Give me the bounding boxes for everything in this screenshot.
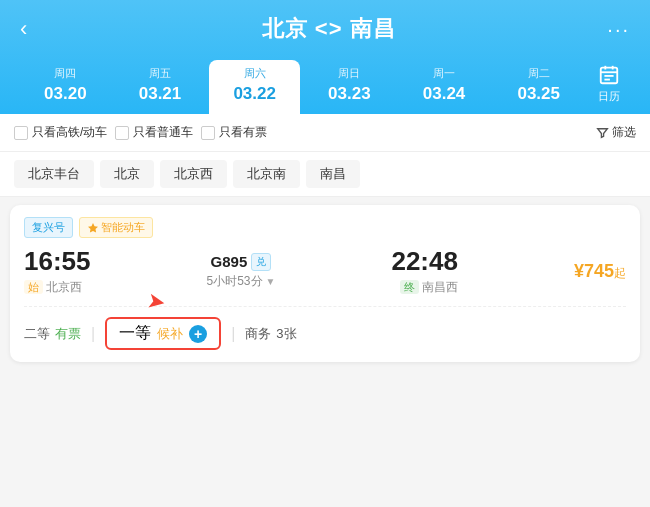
date-item-mon[interactable]: 周一 03.24: [399, 60, 490, 114]
ticket-plus-button[interactable]: +: [189, 325, 207, 343]
train-badge: 兑: [251, 253, 271, 271]
first-class-status: 候补: [157, 325, 183, 343]
train-number: G895: [211, 253, 248, 270]
date-item-fri[interactable]: 周五 03.21: [115, 60, 206, 114]
ticket-divider-1: |: [91, 325, 95, 343]
filter-button[interactable]: 筛选: [596, 124, 636, 141]
ticket-second-class: 二等 有票: [24, 325, 81, 343]
ticket-row: 二等 有票 | ➤ 一等 候补 + | 商务 3张: [24, 306, 626, 350]
filter-gaotie[interactable]: 只看高铁/动车: [14, 124, 107, 141]
tag-smart: 智能动车: [79, 217, 153, 238]
ticket-divider-2: |: [231, 325, 235, 343]
first-class-label: 一等: [119, 323, 151, 344]
station-tabs: 北京丰台 北京 北京西 北京南 南昌: [0, 152, 650, 197]
station-tab-nanchang[interactable]: 南昌: [306, 160, 360, 188]
date-item-sun[interactable]: 周日 03.23: [304, 60, 395, 114]
train-tags: 复兴号 智能动车: [24, 217, 626, 238]
ticket-business-class: 商务 3张: [245, 325, 296, 343]
chevron-down-icon: ▼: [266, 276, 276, 287]
train-arrive: 22:48 终南昌西: [391, 246, 458, 296]
station-tab-beijing[interactable]: 北京: [100, 160, 154, 188]
filter-putong[interactable]: 只看普通车: [115, 124, 193, 141]
train-card[interactable]: 复兴号 智能动车 16:55 始北京西 G895 兑 5小时53分 ▼: [10, 205, 640, 362]
business-class-status: 3张: [276, 325, 296, 343]
date-item-tue[interactable]: 周二 03.25: [493, 60, 584, 114]
filter-bar: 只看高铁/动车 只看普通车 只看有票 筛选: [0, 114, 650, 152]
depart-station: 始北京西: [24, 279, 91, 296]
business-class-label: 商务: [245, 325, 271, 343]
train-main-info: 16:55 始北京西 G895 兑 5小时53分 ▼ 22:48 终南昌西: [24, 246, 626, 296]
calendar-button[interactable]: 日历: [588, 58, 630, 114]
station-tab-south[interactable]: 北京南: [233, 160, 300, 188]
more-button[interactable]: ···: [607, 18, 630, 41]
depart-time: 16:55: [24, 246, 91, 277]
filter-youpiao[interactable]: 只看有票: [201, 124, 267, 141]
station-tab-west[interactable]: 北京西: [160, 160, 227, 188]
date-selector: 周四 03.20 周五 03.21 周六 03.22 周日 03.23 周一 0…: [20, 58, 630, 114]
back-button[interactable]: ‹: [20, 16, 50, 42]
calendar-label: 日历: [598, 89, 620, 104]
checkbox-putong[interactable]: [115, 126, 129, 140]
svg-marker-6: [598, 129, 608, 138]
app-header: ‹ 北京 <> 南昌 ··· 周四 03.20 周五 03.21 周六 03.2…: [0, 0, 650, 114]
date-item-thu[interactable]: 周四 03.20: [20, 60, 111, 114]
red-arrow-icon: ➤: [145, 288, 167, 317]
ticket-first-class-wrapper: ➤ 一等 候补 +: [105, 317, 221, 350]
checkbox-youpiao[interactable]: [201, 126, 215, 140]
page-title: 北京 <> 南昌: [262, 14, 396, 44]
second-class-status: 有票: [55, 325, 81, 343]
station-tab-fengtai[interactable]: 北京丰台: [14, 160, 94, 188]
arrive-time: 22:48: [391, 246, 458, 277]
second-class-label: 二等: [24, 325, 50, 343]
arrive-station: 终南昌西: [400, 279, 458, 296]
train-price: ¥745起: [574, 261, 626, 282]
tag-fuxing: 复兴号: [24, 217, 73, 238]
checkbox-gaotie[interactable]: [14, 126, 28, 140]
date-item-sat[interactable]: 周六 03.22: [209, 60, 300, 114]
train-center: G895 兑 5小时53分 ▼: [207, 253, 276, 290]
train-depart: 16:55 始北京西: [24, 246, 91, 296]
ticket-first-class-highlighted[interactable]: 一等 候补 +: [105, 317, 221, 350]
train-duration: 5小时53分 ▼: [207, 273, 276, 290]
